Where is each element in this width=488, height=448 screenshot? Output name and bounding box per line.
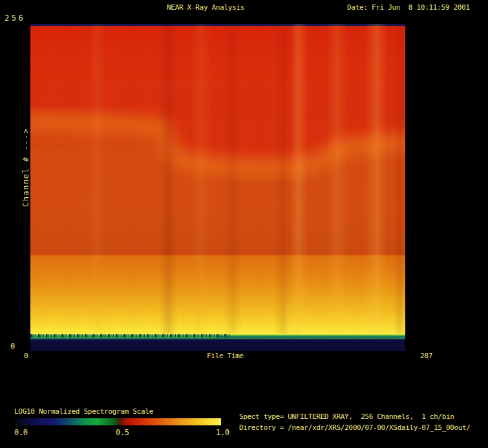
green-stripe-noise xyxy=(30,334,232,337)
directory-line: Directory = /near/xdr/XRS/2000/07-00/XSd… xyxy=(239,424,471,432)
x-axis-max-tick: 287 xyxy=(420,352,432,360)
y-axis-min-tick: 0 xyxy=(10,343,15,350)
y-axis-max-tick: 256 xyxy=(5,14,25,22)
spectrogram-noise-texture xyxy=(30,24,405,351)
spectrogram-image xyxy=(30,24,405,351)
date-label: Date: Fri Jun 8 10:11:59 2001 xyxy=(347,4,470,12)
y-axis-label: Channel # ---> xyxy=(21,122,31,207)
x-axis-min-tick: 0 xyxy=(24,352,28,360)
colorbar-tick-min: 0.0 xyxy=(14,429,28,436)
colorbar-gradient xyxy=(14,418,221,425)
spect-type-line: Spect type= UNFILTERED XRAY, 256 Channel… xyxy=(239,413,454,421)
colorbar-tick-max: 1.0 xyxy=(216,429,229,436)
colorbar-title: LOG10 Normalized Spectrogram Scale xyxy=(14,408,153,416)
colorbar-tick-mid: 0.5 xyxy=(116,429,129,436)
x-axis-label: File Time xyxy=(207,352,244,360)
green-stripe-noise-right xyxy=(218,336,405,338)
app-canvas: NEAR X-Ray Analysis Date: Fri Jun 8 10:1… xyxy=(0,0,488,448)
page-title: NEAR X-Ray Analysis xyxy=(167,4,244,12)
